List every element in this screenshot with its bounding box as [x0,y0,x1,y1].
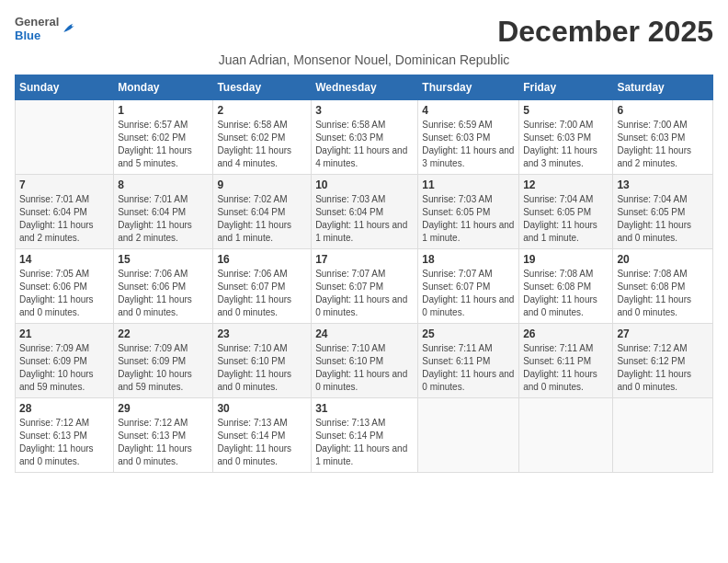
day-info: Sunrise: 7:03 AM Sunset: 6:05 PM Dayligh… [422,193,515,245]
calendar-day-cell: 13Sunrise: 7:04 AM Sunset: 6:05 PM Dayli… [613,175,713,249]
calendar-day-cell: 10Sunrise: 7:03 AM Sunset: 6:04 PM Dayli… [312,175,418,249]
calendar-day-cell: 3Sunrise: 6:58 AM Sunset: 6:03 PM Daylig… [312,100,418,175]
day-number: 9 [217,178,307,191]
day-info: Sunrise: 7:04 AM Sunset: 6:05 PM Dayligh… [617,193,709,245]
calendar-day-cell: 12Sunrise: 7:04 AM Sunset: 6:05 PM Dayli… [519,175,613,249]
calendar-day-cell: 31Sunrise: 7:13 AM Sunset: 6:14 PM Dayli… [312,398,418,473]
logo-blue: Blue [15,29,40,42]
day-number: 22 [118,327,209,340]
calendar-week-row: 21Sunrise: 7:09 AM Sunset: 6:09 PM Dayli… [16,324,713,398]
day-number: 31 [315,402,414,415]
calendar-table: SundayMondayTuesdayWednesdayThursdayFrid… [15,75,713,473]
day-number: 18 [422,253,515,266]
day-info: Sunrise: 7:08 AM Sunset: 6:08 PM Dayligh… [617,268,709,319]
day-number: 3 [315,104,414,117]
day-info: Sunrise: 7:12 AM Sunset: 6:13 PM Dayligh… [118,417,209,468]
weekday-header-wednesday: Wednesday [312,75,418,100]
calendar-day-cell: 29Sunrise: 7:12 AM Sunset: 6:13 PM Dayli… [114,398,213,473]
day-number: 15 [118,253,209,266]
day-number: 2 [217,104,307,117]
day-number: 23 [217,327,307,340]
day-info: Sunrise: 7:03 AM Sunset: 6:04 PM Dayligh… [315,193,414,245]
day-number: 16 [217,253,307,266]
day-info: Sunrise: 7:13 AM Sunset: 6:14 PM Dayligh… [217,417,307,468]
day-number: 8 [118,178,209,191]
page-subtitle: Juan Adrian, Monsenor Nouel, Dominican R… [15,52,713,67]
weekday-header-friday: Friday [519,75,613,100]
day-number: 25 [422,327,515,340]
calendar-day-cell [16,100,114,175]
logo-bird-icon [61,21,79,36]
calendar-day-cell: 28Sunrise: 7:12 AM Sunset: 6:13 PM Dayli… [16,398,114,473]
day-info: Sunrise: 7:04 AM Sunset: 6:05 PM Dayligh… [523,193,609,245]
weekday-header-sunday: Sunday [16,75,114,100]
day-number: 20 [617,253,709,266]
page-header: General Blue December 2025 [15,15,713,49]
weekday-header-saturday: Saturday [613,75,713,100]
calendar-day-cell: 8Sunrise: 7:01 AM Sunset: 6:04 PM Daylig… [114,175,213,249]
day-number: 5 [523,104,609,117]
day-info: Sunrise: 7:07 AM Sunset: 6:07 PM Dayligh… [315,268,414,319]
calendar-day-cell: 20Sunrise: 7:08 AM Sunset: 6:08 PM Dayli… [613,249,713,324]
weekday-header-thursday: Thursday [418,75,519,100]
day-info: Sunrise: 7:05 AM Sunset: 6:06 PM Dayligh… [19,268,109,319]
day-number: 29 [118,402,209,415]
calendar-day-cell: 22Sunrise: 7:09 AM Sunset: 6:09 PM Dayli… [114,324,213,398]
day-number: 12 [523,178,609,191]
day-info: Sunrise: 6:58 AM Sunset: 6:03 PM Dayligh… [315,119,414,170]
calendar-day-cell: 4Sunrise: 6:59 AM Sunset: 6:03 PM Daylig… [418,100,519,175]
weekday-header-tuesday: Tuesday [213,75,312,100]
day-number: 27 [617,327,709,340]
calendar-day-cell: 9Sunrise: 7:02 AM Sunset: 6:04 PM Daylig… [213,175,312,249]
calendar-day-cell: 15Sunrise: 7:06 AM Sunset: 6:06 PM Dayli… [114,249,213,324]
day-info: Sunrise: 6:58 AM Sunset: 6:02 PM Dayligh… [217,119,307,170]
calendar-week-row: 1Sunrise: 6:57 AM Sunset: 6:02 PM Daylig… [16,100,713,175]
day-info: Sunrise: 7:09 AM Sunset: 6:09 PM Dayligh… [118,342,209,394]
day-info: Sunrise: 7:10 AM Sunset: 6:10 PM Dayligh… [217,342,307,394]
day-info: Sunrise: 7:12 AM Sunset: 6:13 PM Dayligh… [19,417,109,468]
day-info: Sunrise: 7:11 AM Sunset: 6:11 PM Dayligh… [523,342,609,394]
calendar-week-row: 7Sunrise: 7:01 AM Sunset: 6:04 PM Daylig… [16,175,713,249]
day-number: 19 [523,253,609,266]
calendar-day-cell: 2Sunrise: 6:58 AM Sunset: 6:02 PM Daylig… [213,100,312,175]
calendar-day-cell: 24Sunrise: 7:10 AM Sunset: 6:10 PM Dayli… [312,324,418,398]
calendar-body: 1Sunrise: 6:57 AM Sunset: 6:02 PM Daylig… [16,100,713,473]
calendar-day-cell: 19Sunrise: 7:08 AM Sunset: 6:08 PM Dayli… [519,249,613,324]
page-title: December 2025 [497,15,713,49]
calendar-day-cell: 25Sunrise: 7:11 AM Sunset: 6:11 PM Dayli… [418,324,519,398]
calendar-header-row: SundayMondayTuesdayWednesdayThursdayFrid… [16,75,713,100]
calendar-day-cell: 5Sunrise: 7:00 AM Sunset: 6:03 PM Daylig… [519,100,613,175]
day-number: 1 [118,104,209,117]
logo: General Blue [15,15,79,42]
day-number: 30 [217,402,307,415]
calendar-day-cell [519,398,613,473]
day-number: 11 [422,178,515,191]
day-info: Sunrise: 7:00 AM Sunset: 6:03 PM Dayligh… [523,119,609,170]
day-info: Sunrise: 7:08 AM Sunset: 6:08 PM Dayligh… [523,268,609,319]
logo-general: General [15,15,59,29]
day-info: Sunrise: 7:11 AM Sunset: 6:11 PM Dayligh… [422,342,515,394]
day-info: Sunrise: 7:02 AM Sunset: 6:04 PM Dayligh… [217,193,307,245]
day-info: Sunrise: 7:06 AM Sunset: 6:06 PM Dayligh… [118,268,209,319]
day-number: 6 [617,104,709,117]
day-number: 24 [315,327,414,340]
calendar-day-cell: 27Sunrise: 7:12 AM Sunset: 6:12 PM Dayli… [613,324,713,398]
day-info: Sunrise: 7:00 AM Sunset: 6:03 PM Dayligh… [617,119,709,170]
calendar-day-cell [418,398,519,473]
day-info: Sunrise: 7:10 AM Sunset: 6:10 PM Dayligh… [315,342,414,394]
calendar-day-cell [613,398,713,473]
calendar-day-cell: 17Sunrise: 7:07 AM Sunset: 6:07 PM Dayli… [312,249,418,324]
day-number: 28 [19,402,109,415]
calendar-week-row: 14Sunrise: 7:05 AM Sunset: 6:06 PM Dayli… [16,249,713,324]
day-info: Sunrise: 7:13 AM Sunset: 6:14 PM Dayligh… [315,417,414,468]
day-info: Sunrise: 7:06 AM Sunset: 6:07 PM Dayligh… [217,268,307,319]
day-info: Sunrise: 7:12 AM Sunset: 6:12 PM Dayligh… [617,342,709,394]
day-number: 21 [19,327,109,340]
calendar-day-cell: 14Sunrise: 7:05 AM Sunset: 6:06 PM Dayli… [16,249,114,324]
calendar-day-cell: 21Sunrise: 7:09 AM Sunset: 6:09 PM Dayli… [16,324,114,398]
day-info: Sunrise: 6:59 AM Sunset: 6:03 PM Dayligh… [422,119,515,170]
day-number: 10 [315,178,414,191]
day-number: 17 [315,253,414,266]
weekday-header-monday: Monday [114,75,213,100]
calendar-day-cell: 18Sunrise: 7:07 AM Sunset: 6:07 PM Dayli… [418,249,519,324]
